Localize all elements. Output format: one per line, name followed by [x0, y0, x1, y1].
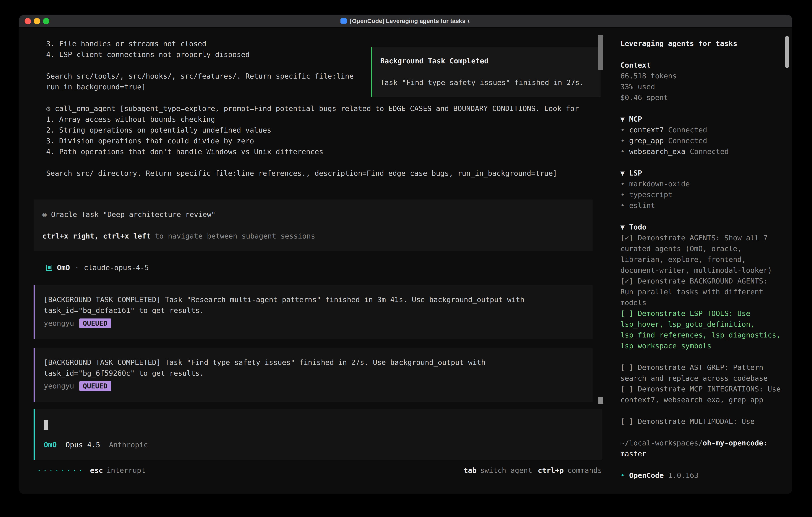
input-footer: OmO Opus 4.5 Anthropic [44, 439, 593, 450]
message-author: yeongyu [44, 381, 74, 391]
oracle-hint-keys: ctrl+x right, ctrl+x left [42, 232, 151, 240]
mcp-heading: MCP [629, 114, 642, 125]
mcp-section-header[interactable]: ▼ MCP [620, 114, 782, 125]
oracle-hint-text: to navigate between subagent sessions [151, 232, 315, 240]
bullet-icon: • [620, 200, 625, 211]
ctrlp-action-label: commands [568, 465, 602, 476]
todo-item: [ ] Demonstrate AST-GREP: Pattern search… [620, 362, 782, 384]
mcp-item-name: websearch_exa [629, 146, 686, 157]
spacer [620, 157, 782, 168]
bullet-icon: • [620, 470, 625, 481]
bullet-icon: • [620, 125, 625, 135]
message-author: yeongyu [44, 318, 74, 329]
spacer [620, 405, 782, 416]
terminal-window: [OpenCode] Leveraging agents for tasks ◐… [19, 15, 792, 494]
context-spent: $0.46 spent [620, 92, 782, 103]
todo-item: [ ] Demonstrate MULTIMODAL: Use [620, 416, 782, 427]
agent-model: claude-opus-4-5 [84, 262, 149, 273]
version-row: • OpenCode 1.0.163 [620, 470, 782, 481]
main-scrollbar-marker[interactable] [598, 397, 603, 404]
message-footer: yeongyu QUEUED [44, 318, 584, 329]
todo-heading: Todo [629, 222, 646, 233]
input-line [44, 419, 593, 430]
mcp-item-status: Connected [668, 135, 707, 146]
esc-action-label: interrupt [107, 465, 145, 476]
bullet-icon: • [620, 189, 625, 200]
lsp-item: • typescript [620, 189, 782, 200]
lsp-heading: LSP [629, 168, 642, 179]
bug-list-line: 3. Division operations that could divide… [46, 136, 613, 146]
tool-call-line: ⚙ call_omo_agent [subagent_type=explore,… [46, 103, 613, 114]
toast-title: Background Task Completed [380, 56, 592, 66]
message-line: task_id="bg_dcfac161" to get results. [44, 305, 584, 316]
message-footer: yeongyu QUEUED [44, 381, 584, 391]
traffic-lights [25, 18, 49, 24]
bullet-icon: • [620, 146, 625, 157]
workspace-path: ~/local-workspaces/oh-my-opencode: [620, 438, 782, 448]
lsp-section-header[interactable]: ▼ LSP [620, 168, 782, 179]
bullet-icon: • [620, 135, 625, 146]
status-badge: QUEUED [79, 381, 111, 391]
main-scrollbar-thumb[interactable] [598, 35, 603, 70]
input-model-name[interactable]: Opus 4.5 [65, 439, 100, 450]
chevron-down-icon[interactable]: ▼ [620, 222, 625, 233]
maximize-button[interactable] [43, 18, 49, 24]
status-right: tab switch agent ctrl+p commands [464, 465, 602, 476]
close-button[interactable] [25, 18, 31, 24]
mcp-item: • grep_app Connected [620, 135, 782, 146]
bullet-icon: • [620, 179, 625, 189]
todo-item: [ ] Demonstrate MCP INTEGRATIONS: Use co… [620, 384, 782, 405]
spinner-dots-icon: ········ [37, 465, 84, 476]
prompt-input[interactable]: OmO Opus 4.5 Anthropic [34, 409, 602, 460]
todo-item: [ ] Demonstrate LSP TOOLS: Use lsp_hover… [620, 308, 782, 351]
todo-item: [✓] Demonstrate BACKGROUND AGENTS: Run p… [620, 276, 782, 308]
sidebar-scrollbar-thumb[interactable] [785, 36, 789, 68]
input-provider-name: Anthropic [109, 439, 148, 450]
ctrlp-key-label: ctrl+p [538, 465, 564, 476]
window-titlebar[interactable]: [OpenCode] Leveraging agents for tasks ◐ [19, 15, 792, 28]
toast-body: Task "Find type safety issues" finished … [380, 77, 592, 88]
message-card: [BACKGROUND TASK COMPLETED] Task "Find t… [34, 348, 592, 402]
chevron-down-icon[interactable]: ▼ [620, 114, 625, 125]
agent-separator: · [75, 262, 79, 273]
workspace-repo: oh-my-opencode: [703, 439, 767, 447]
text-cursor [44, 420, 48, 430]
search-line: Search src/ directory. Return specific f… [46, 168, 613, 179]
lsp-item: • markdown-oxide [620, 179, 782, 189]
bug-list-line: 1. Array access without bounds checking [46, 114, 613, 125]
agent-name: OmO [57, 262, 70, 273]
app-name: OpenCode [629, 470, 664, 481]
window-title-text: [OpenCode] Leveraging agents for tasks ◐ [350, 18, 471, 24]
agent-icon [46, 265, 52, 271]
chevron-down-icon[interactable]: ▼ [620, 168, 625, 179]
mcp-item: • context7 Connected [620, 125, 782, 135]
spacer [620, 211, 782, 222]
spacer [620, 427, 782, 438]
document-icon [341, 19, 347, 24]
mcp-item: • websearch_exa Connected [620, 146, 782, 157]
spacer [620, 103, 782, 114]
lsp-item-name: typescript [629, 189, 672, 200]
esc-hint: esc interrupt [90, 465, 145, 476]
todo-item: [✓] Demonstrate AGENTS: Show all 7 curat… [620, 233, 782, 276]
mcp-item-status: Connected [668, 125, 707, 135]
mcp-item-name: context7 [629, 125, 664, 135]
todo-section-header[interactable]: ▼ Todo [620, 222, 782, 233]
background-task-toast: Background Task Completed Task "Find typ… [371, 47, 601, 97]
esc-key-label: esc [90, 465, 103, 476]
status-badge: QUEUED [79, 319, 111, 328]
app-version: 1.0.163 [668, 470, 698, 481]
minimize-button[interactable] [34, 18, 40, 24]
bug-list-line: 4. Path operations that don't handle Win… [46, 146, 613, 157]
tab-key-label: tab [464, 465, 476, 476]
status-left: ········ esc interrupt [37, 465, 146, 476]
bug-list-line: 2. String operations on potentially unde… [46, 125, 613, 136]
lsp-item: • eslint [620, 200, 782, 211]
oracle-title: Oracle Task "Deep architecture review" [51, 210, 215, 219]
mcp-item-status: Connected [690, 146, 729, 157]
message-line: [BACKGROUND TASK COMPLETED] Task "Find t… [44, 357, 584, 368]
window-title: [OpenCode] Leveraging agents for tasks ◐ [341, 18, 471, 24]
spacer [620, 351, 782, 362]
input-agent-name: OmO [44, 439, 57, 450]
oracle-title-line: ◉ Oracle Task "Deep architecture review" [42, 209, 584, 220]
